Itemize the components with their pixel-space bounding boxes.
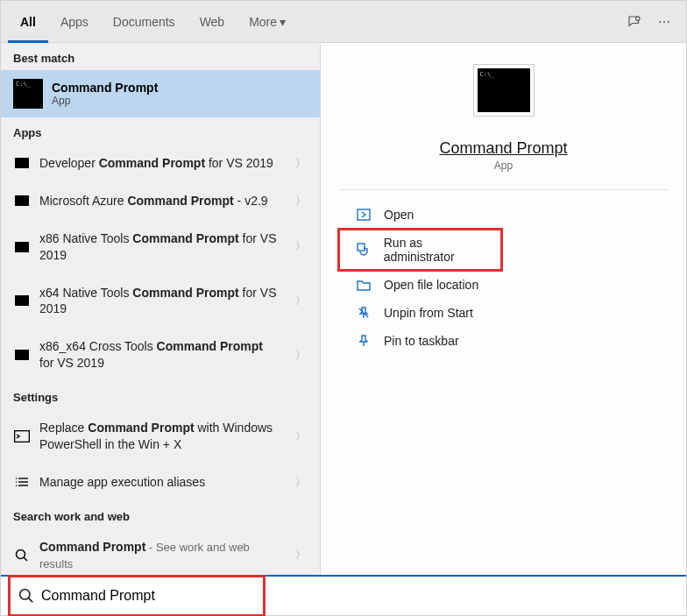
section-apps: Apps	[1, 117, 320, 145]
app-icon	[13, 194, 31, 208]
tab-apps[interactable]: Apps	[48, 1, 101, 43]
chevron-right-icon[interactable]: 〉	[288, 294, 313, 308]
chevron-right-icon[interactable]: 〉	[288, 156, 313, 171]
chevron-down-icon: ▾	[280, 15, 286, 29]
svg-rect-10	[358, 209, 370, 220]
best-match-item[interactable]: C:\_ Command Prompt App	[1, 70, 320, 117]
search-input[interactable]	[36, 588, 260, 604]
list-icon	[13, 475, 31, 489]
svg-rect-1	[15, 431, 30, 443]
app-result[interactable]: x86 Native Tools Command Prompt for VS 2…	[1, 220, 320, 274]
action-label: Open file location	[384, 278, 478, 292]
settings-result[interactable]: Manage app execution aliases 〉	[1, 464, 320, 501]
app-result[interactable]: x64 Native Tools Command Prompt for VS 2…	[1, 274, 320, 329]
section-settings: Settings	[1, 382, 320, 409]
tab-web[interactable]: Web	[188, 1, 237, 43]
chevron-right-icon[interactable]: 〉	[288, 429, 313, 444]
search-box-highlight	[10, 577, 264, 615]
app-result[interactable]: Developer Command Prompt for VS 2019 〉	[1, 145, 320, 182]
svg-line-14	[28, 598, 32, 602]
chevron-right-icon[interactable]: 〉	[288, 548, 313, 563]
action-label: Open	[384, 208, 414, 222]
cmd-icon: C:\_	[13, 79, 43, 109]
svg-point-0	[636, 17, 641, 21]
search-icon	[17, 588, 36, 604]
detail-pane: C:\_ Command Prompt App Open Run as admi…	[321, 43, 686, 575]
app-icon	[13, 294, 31, 308]
action-unpin-start[interactable]: Unpin from Start	[338, 299, 669, 327]
svg-rect-11	[358, 244, 365, 251]
tab-more[interactable]: More▾	[237, 1, 298, 43]
settings-result[interactable]: Replace Command Prompt with Windows Powe…	[1, 409, 320, 464]
section-work-web: Search work and web	[1, 501, 320, 528]
open-icon	[356, 209, 372, 221]
detail-app-icon: C:\_	[473, 64, 535, 117]
divider	[338, 189, 669, 190]
filter-tabs: All Apps Documents Web More▾ ⋯	[1, 1, 686, 43]
tab-documents[interactable]: Documents	[101, 1, 188, 43]
best-match-title: Command Prompt	[52, 81, 158, 95]
app-icon	[13, 240, 31, 254]
more-options-icon[interactable]: ⋯	[649, 1, 679, 43]
action-pin-taskbar[interactable]: Pin to taskbar	[338, 327, 669, 355]
app-result[interactable]: x86_x64 Cross Tools Command Prompt for V…	[1, 328, 320, 382]
svg-line-9	[24, 557, 27, 561]
action-open[interactable]: Open	[338, 201, 669, 229]
section-best-match: Best match	[1, 43, 320, 70]
detail-title[interactable]: Command Prompt	[321, 139, 686, 158]
admin-shield-icon	[356, 243, 372, 257]
results-pane: Best match C:\_ Command Prompt App Apps …	[1, 43, 321, 575]
action-run-admin[interactable]: Run as administrator	[338, 229, 502, 271]
app-icon	[13, 156, 31, 170]
unpin-icon	[356, 306, 372, 320]
best-match-subtitle: App	[52, 95, 158, 107]
search-bar	[1, 575, 686, 615]
folder-icon	[356, 279, 372, 291]
search-icon	[13, 549, 31, 563]
action-label: Pin to taskbar	[384, 334, 459, 348]
chevron-right-icon[interactable]: 〉	[288, 348, 313, 363]
action-label: Unpin from Start	[384, 306, 473, 320]
action-label: Run as administrator	[384, 236, 495, 264]
tab-all[interactable]: All	[8, 1, 48, 43]
feedback-icon[interactable]	[620, 1, 649, 43]
terminal-swap-icon	[13, 429, 31, 443]
pin-icon	[356, 334, 372, 348]
chevron-right-icon[interactable]: 〉	[288, 239, 313, 254]
action-open-location[interactable]: Open file location	[338, 271, 669, 299]
chevron-right-icon[interactable]: 〉	[288, 475, 313, 490]
app-result[interactable]: Microsoft Azure Command Prompt - v2.9 〉	[1, 182, 320, 220]
chevron-right-icon[interactable]: 〉	[288, 194, 313, 209]
detail-subtitle: App	[321, 159, 686, 172]
web-result[interactable]: Command Prompt - See work and web result…	[1, 528, 320, 572]
app-icon	[13, 348, 31, 362]
